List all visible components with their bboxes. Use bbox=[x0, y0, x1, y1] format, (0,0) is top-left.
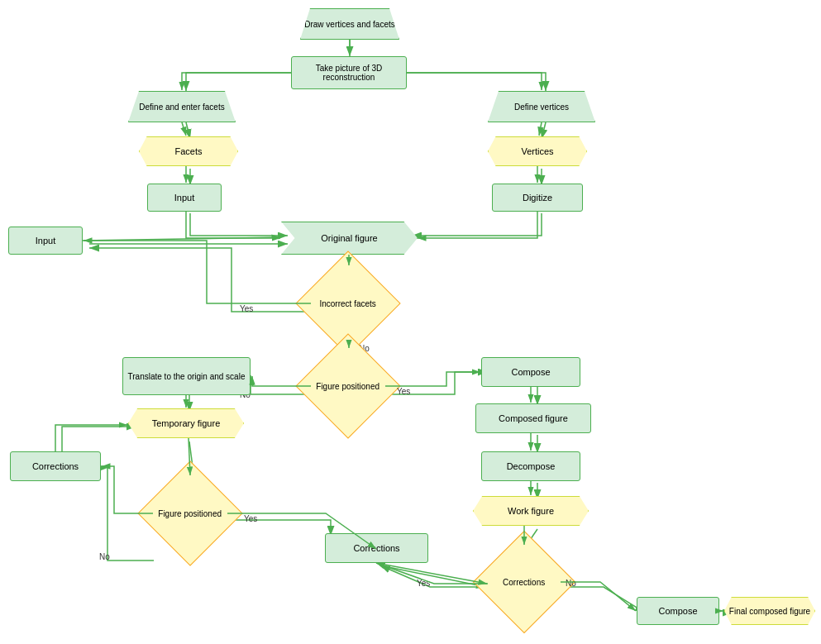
draw-vertices-node: Draw vertices and facets bbox=[300, 8, 399, 40]
compose-bottom-node: Compose bbox=[637, 597, 719, 625]
digitize-label: Digitize bbox=[523, 193, 552, 203]
original-figure-label: Original figure bbox=[321, 233, 377, 243]
decompose-node: Decompose bbox=[481, 451, 580, 481]
digitize-node: Digitize bbox=[492, 184, 583, 212]
yes3-label: Yes bbox=[244, 514, 257, 523]
figure-positioned2-node: Figure positioned bbox=[137, 460, 242, 565]
vertices-label: Vertices bbox=[521, 146, 553, 156]
take-picture-label: Take picture of 3D reconstruction bbox=[292, 64, 406, 82]
vertices-node: Vertices bbox=[488, 136, 587, 166]
final-composed-node: Final composed figure bbox=[724, 597, 815, 625]
compose-node: Compose bbox=[481, 357, 580, 387]
flowchart: Draw vertices and facets Take picture of… bbox=[0, 0, 821, 644]
yes2-label: Yes bbox=[397, 387, 410, 396]
svg-line-16 bbox=[182, 122, 186, 136]
composed-figure-label: Composed figure bbox=[499, 413, 568, 423]
temporary-figure-label: Temporary figure bbox=[152, 418, 221, 428]
incorrect-facets-label: Incorrect facets bbox=[312, 299, 384, 308]
composed-figure-node: Composed figure bbox=[475, 403, 591, 433]
facets-node: Facets bbox=[139, 136, 238, 166]
work-figure-node: Work figure bbox=[473, 496, 589, 526]
no3-label: No bbox=[99, 552, 110, 561]
input-left-label: Input bbox=[36, 236, 55, 246]
input-top-label: Input bbox=[174, 193, 194, 203]
svg-line-29 bbox=[376, 563, 487, 584]
corrections-diamond-label: Corrections bbox=[489, 578, 560, 587]
corrections-left-label: Corrections bbox=[32, 461, 79, 471]
original-figure-node: Original figure bbox=[281, 222, 418, 255]
compose-label: Compose bbox=[511, 367, 550, 377]
temporary-figure-node: Temporary figure bbox=[128, 408, 244, 438]
define-vertices-label: Define vertices bbox=[514, 103, 569, 112]
corrections-mid-node: Corrections bbox=[325, 533, 428, 563]
yes1-label: Yes bbox=[240, 304, 253, 313]
take-picture-node: Take picture of 3D reconstruction bbox=[291, 56, 407, 89]
corrections-diamond-node: Corrections bbox=[473, 531, 575, 633]
input-top-node: Input bbox=[147, 184, 222, 212]
draw-vertices-label: Draw vertices and facets bbox=[304, 20, 395, 29]
figure-positioned1-node: Figure positioned bbox=[295, 333, 400, 438]
translate-node: Translate to the origin and scale bbox=[122, 357, 251, 395]
define-vertices-node: Define vertices bbox=[488, 91, 595, 122]
yes4-label: Yes bbox=[417, 579, 430, 588]
decompose-label: Decompose bbox=[507, 461, 556, 471]
corrections-mid-label: Corrections bbox=[353, 543, 399, 553]
figure-positioned1-label: Figure positioned bbox=[312, 382, 384, 391]
figure-positioned2-label: Figure positioned bbox=[154, 509, 227, 518]
svg-line-20 bbox=[83, 237, 280, 241]
define-enter-facets-node: Define and enter facets bbox=[128, 91, 236, 122]
work-figure-label: Work figure bbox=[508, 506, 554, 516]
corrections-left-node: Corrections bbox=[10, 451, 101, 481]
translate-label: Translate to the origin and scale bbox=[128, 372, 246, 381]
input-left-node: Input bbox=[8, 227, 83, 255]
no4-label: No bbox=[566, 579, 576, 588]
compose-bottom-label: Compose bbox=[658, 606, 697, 616]
final-composed-label: Final composed figure bbox=[729, 607, 810, 616]
svg-line-17 bbox=[539, 122, 542, 136]
facets-label: Facets bbox=[174, 146, 202, 156]
define-enter-facets-label: Define and enter facets bbox=[139, 103, 224, 112]
